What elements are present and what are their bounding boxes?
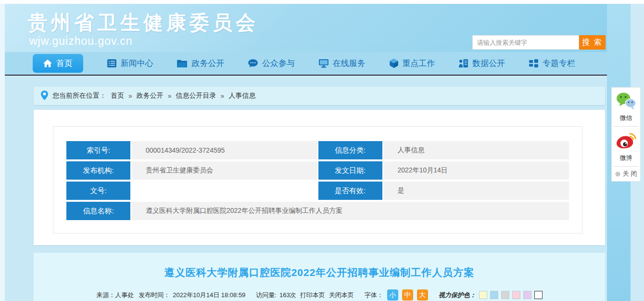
article-meta: 来源： 人事处 发布时间： 2022年10月14日 18:08:59 访问量: …: [34, 289, 605, 301]
close-circle-icon: ⊗: [615, 170, 621, 178]
table-row: 信息名称: 遵义医科大学附属口腔医院2022年公开招聘事业编制工作人员方案: [66, 202, 569, 220]
nav-label: 专题专栏: [543, 58, 575, 69]
search-button[interactable]: 搜 索: [579, 35, 606, 50]
is-valid-label: 是否有效:: [318, 182, 382, 200]
table-row: 发布机构: 贵州省卫生健康委员会 发文日期: 2022年10月14日: [66, 161, 569, 180]
breadcrumb-separator: »: [168, 92, 172, 100]
search-input[interactable]: [472, 35, 579, 50]
nav-label: 首页: [56, 58, 73, 69]
wechat-icon: [616, 103, 637, 111]
nav-label: 在线服务: [333, 58, 366, 69]
main-container: 贵州省卫生健康委员会 wjw.guizhou.gov.cn 搜 索 首页 新闻中…: [5, 4, 607, 301]
font-medium-button[interactable]: 中: [402, 289, 413, 301]
location-pin-icon: [41, 91, 48, 102]
document-number-label: 文号:: [66, 182, 130, 200]
cube-icon: [390, 59, 398, 68]
person-document-icon: [459, 59, 468, 67]
issue-date-value: 2022年10月14日: [383, 161, 569, 180]
nav-label: 政务公开: [191, 58, 224, 69]
breadcrumb-item-personnel-info[interactable]: 人事信息: [228, 92, 255, 100]
table-row: 文号: 是否有效: 是: [66, 182, 569, 200]
index-number-label: 索引号:: [66, 141, 130, 159]
site-url: wjw.guizhou.gov.cn: [29, 35, 132, 48]
main-nav: 首页 新闻中心 政务公开 公众参与 在线服务: [5, 52, 607, 76]
table-row: 索引号: 000014349/2022-3724595 信息分类: 人事信息: [66, 141, 569, 159]
search-bar: 搜 索: [472, 35, 606, 50]
content-area: 您当前所在位置： 首页 » 政务公开 » 信息公开目录 » 人事信息 索引号: …: [5, 77, 607, 301]
wechat-label: 微信: [612, 114, 640, 122]
eye-protect-swatch-pink[interactable]: [512, 291, 520, 299]
close-page-link[interactable]: 关闭本页: [329, 291, 354, 300]
eye-protect-swatch-white[interactable]: [534, 291, 543, 299]
nav-item-news[interactable]: 新闻中心: [107, 58, 153, 69]
breadcrumb-item-gov-affairs[interactable]: 政务公开: [137, 92, 164, 100]
publish-time-label: 发布时间：: [139, 291, 170, 300]
weibo-label: 微博: [612, 154, 640, 162]
source-value: 人事处: [115, 291, 134, 300]
print-page-link[interactable]: 打印本页: [300, 291, 325, 300]
publish-time-value: 2022年10月14日 18:08:59: [173, 291, 245, 300]
issuing-agency-label: 发布机构:: [66, 161, 130, 180]
eye-protect-swatch-blue[interactable]: [490, 291, 498, 299]
visits-label: 访问量:: [256, 291, 277, 300]
panel-close-label: 关 闭: [623, 170, 637, 178]
home-icon: [43, 59, 52, 67]
breadcrumb-separator: »: [221, 92, 225, 100]
eye-protect-label: 视力保护色：: [439, 291, 476, 300]
monitor-icon: [319, 59, 328, 68]
weibo-share-item[interactable]: 微博: [612, 127, 640, 166]
site-title: 贵州省卫生健康委员会: [28, 10, 259, 36]
nav-item-gov-affairs[interactable]: 政务公开: [177, 58, 224, 69]
visits-value: 163次: [279, 291, 296, 300]
weibo-icon: [616, 143, 637, 151]
news-list-icon: [107, 59, 116, 67]
breadcrumb-label: 您当前所在位置：: [52, 92, 106, 100]
font-size-label: 字体：: [365, 291, 383, 300]
nav-label: 新闻中心: [121, 58, 153, 69]
social-side-panel: 微信 微博 ⊗ 关 闭: [611, 87, 641, 182]
info-category-value: 人事信息: [383, 141, 569, 159]
issuing-agency-value: 贵州省卫生健康委员会: [131, 161, 317, 180]
site-header: 贵州省卫生健康委员会 wjw.guizhou.gov.cn 搜 索: [5, 4, 607, 52]
info-table: 索引号: 000014349/2022-3724595 信息分类: 人事信息 发…: [53, 126, 582, 234]
font-large-button[interactable]: 大: [417, 289, 428, 301]
is-valid-value: 是: [383, 182, 569, 200]
info-name-label: 信息名称:: [66, 202, 130, 220]
nav-item-data-disclosure[interactable]: 数据公开: [459, 58, 505, 69]
eye-protect-swatch-purple[interactable]: [523, 291, 531, 299]
folder-icon: [177, 59, 187, 67]
nav-label: 重点工作: [403, 58, 435, 69]
breadcrumb-separator: »: [128, 92, 132, 100]
eye-protect-swatch-gray[interactable]: [501, 291, 509, 299]
info-card: 索引号: 000014349/2022-3724595 信息分类: 人事信息 发…: [34, 110, 605, 245]
document-number-value: [131, 182, 317, 200]
breadcrumb-item-home[interactable]: 首页: [111, 92, 124, 100]
nav-item-public-participation[interactable]: 公众参与: [248, 58, 295, 69]
grid-blocks-icon: [529, 59, 538, 67]
page-left-strip: [0, 4, 5, 301]
info-name-value: 遵义医科大学附属口腔医院2022年公开招聘事业编制工作人员方案: [131, 202, 569, 220]
nav-label: 公众参与: [262, 58, 295, 69]
wechat-share-item[interactable]: 微信: [612, 88, 640, 126]
font-small-button[interactable]: 小: [387, 289, 398, 301]
breadcrumb-item-info-directory[interactable]: 信息公开目录: [176, 92, 216, 100]
nav-label: 数据公开: [472, 58, 505, 69]
nav-item-home[interactable]: 首页: [33, 54, 83, 73]
index-number-value: 000014349/2022-3724595: [131, 141, 317, 159]
eye-protect-swatch-yellow[interactable]: [479, 291, 487, 299]
source-label: 来源：: [96, 291, 115, 300]
nav-item-online-services[interactable]: 在线服务: [319, 58, 366, 69]
article-section: 遵义医科大学附属口腔医院2022年公开招聘事业编制工作人员方案 来源： 人事处 …: [34, 253, 605, 301]
chat-bubble-icon: [248, 59, 258, 67]
info-category-label: 信息分类:: [318, 141, 382, 159]
breadcrumb: 您当前所在位置： 首页 » 政务公开 » 信息公开目录 » 人事信息: [34, 87, 605, 105]
issue-date-label: 发文日期:: [318, 161, 382, 180]
page-top-strip: [0, 0, 644, 4]
nav-item-key-work[interactable]: 重点工作: [390, 58, 435, 69]
panel-close-button[interactable]: ⊗ 关 闭: [612, 167, 640, 181]
article-title: 遵义医科大学附属口腔医院2022年公开招聘事业编制工作人员方案: [34, 266, 605, 279]
nav-item-special-columns[interactable]: 专题专栏: [529, 58, 575, 69]
